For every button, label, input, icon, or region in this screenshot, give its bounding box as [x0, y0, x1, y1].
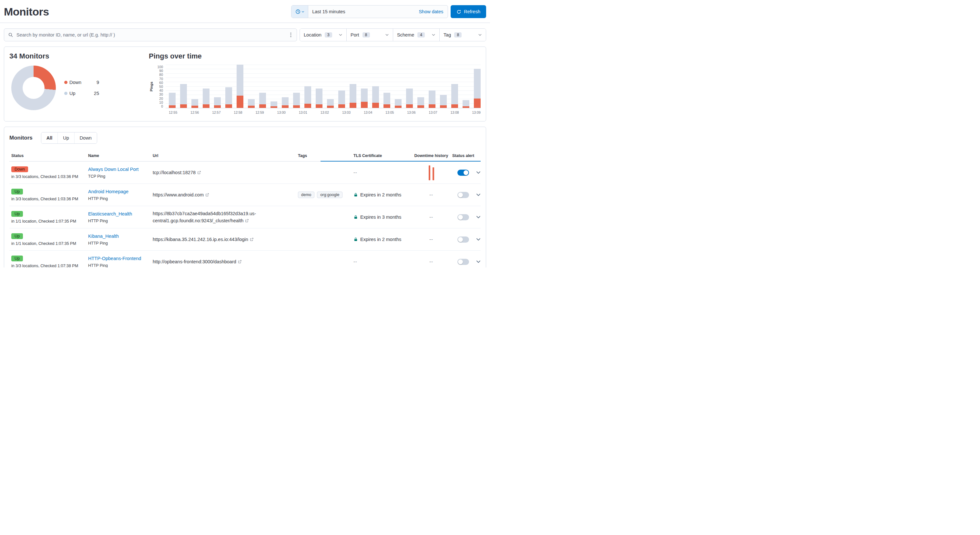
- status-alert-toggle[interactable]: [457, 259, 469, 265]
- ping-bar: [270, 101, 277, 108]
- status-cell: Down in 3/3 locations, Checked 1:03:36 P…: [11, 166, 88, 179]
- time-quick-select-button[interactable]: [291, 5, 308, 18]
- expand-row-button[interactable]: [474, 169, 482, 176]
- tag-chip[interactable]: org:google: [317, 192, 342, 198]
- bar-down-segment: [316, 104, 323, 108]
- ping-bar: [225, 87, 232, 108]
- expand-row-button[interactable]: [474, 191, 482, 199]
- tab-down[interactable]: Down: [74, 133, 97, 144]
- bar-up-segment: [327, 99, 334, 105]
- status-badge: Up: [11, 256, 23, 261]
- name-cell: Kibana_Health HTTP Ping: [88, 233, 153, 246]
- toggle-knob: [463, 170, 468, 175]
- ping-bar: [259, 93, 266, 108]
- monitor-url-link[interactable]: https://kibana.35.241.242.16.ip.es.io:44…: [153, 237, 254, 242]
- bar-up-segment: [225, 87, 232, 105]
- status-alert-toggle[interactable]: [457, 192, 469, 198]
- chevron-down-icon: [431, 33, 436, 37]
- tab-all[interactable]: All: [41, 133, 58, 144]
- ping-bar: [372, 86, 379, 108]
- status-alert-cell: [452, 259, 474, 265]
- status-alert-toggle[interactable]: [457, 236, 469, 243]
- y-tick-label: 80: [159, 73, 163, 77]
- bar-down-segment: [463, 106, 469, 108]
- status-badge: Up: [11, 233, 23, 239]
- monitor-url-link[interactable]: http://opbeans-frontend:3000/dashboard: [153, 259, 242, 264]
- monitor-url-link[interactable]: tcp://localhost:18278: [153, 170, 201, 175]
- show-dates-button[interactable]: Show dates: [414, 9, 448, 14]
- chevron-down-icon: [339, 33, 342, 37]
- expand-cell: [474, 191, 482, 199]
- downtime-bar: [429, 165, 430, 180]
- filter-count-badge: 8: [363, 32, 370, 37]
- monitor-name-link[interactable]: Elasticsearch_Health: [88, 211, 132, 216]
- status-badge: Up: [11, 188, 23, 195]
- bar-down-segment: [282, 105, 289, 108]
- monitor-row: Up in 3/3 locations, Checked 1:07:38 PM …: [10, 251, 480, 267]
- ping-bar: [338, 91, 345, 108]
- y-tick-label: 60: [159, 81, 163, 85]
- x-tick-label: 13:09: [472, 110, 480, 114]
- external-link-icon: [238, 260, 242, 264]
- filter-scheme-dropdown[interactable]: Scheme 4: [393, 29, 439, 41]
- monitor-row: Up in 3/3 locations, Checked 1:03:36 PM …: [10, 184, 480, 206]
- chevron-down-icon: [476, 237, 481, 242]
- bar-down-segment: [169, 105, 176, 108]
- refresh-button[interactable]: Refresh: [450, 5, 486, 18]
- tab-up[interactable]: Up: [57, 133, 74, 144]
- monitor-url-link[interactable]: https://www.android.com: [153, 192, 209, 197]
- ping-bar: [282, 97, 289, 108]
- y-axis-label: Pings: [150, 82, 153, 91]
- bar-up-segment: [474, 69, 480, 98]
- ping-bar: [169, 93, 176, 108]
- x-tick-label: 13:07: [429, 110, 437, 114]
- expand-cell: [474, 258, 482, 265]
- search-menu-button[interactable]: [288, 31, 294, 39]
- expand-row-button[interactable]: [474, 213, 482, 221]
- bar-up-segment: [169, 93, 176, 105]
- monitor-name-link[interactable]: Always Down Local Port: [88, 167, 138, 172]
- tls-expiry-text: Expires in 2 months: [360, 192, 401, 197]
- filter-location-dropdown[interactable]: Location 3: [300, 29, 346, 41]
- filter-port-dropdown[interactable]: Port 8: [346, 29, 393, 41]
- monitor-url-link[interactable]: https://8b37cb7ca2ae49ada54db165f32d3a19…: [153, 211, 256, 223]
- column-header-url: Url: [153, 153, 298, 158]
- monitor-name-link[interactable]: Android Homepage: [88, 189, 129, 194]
- monitor-name-link[interactable]: Kibana_Health: [88, 233, 119, 239]
- status-alert-cell: [452, 192, 474, 198]
- status-alert-toggle[interactable]: [457, 169, 469, 176]
- y-tick-label: 90: [159, 69, 163, 73]
- donut-legend: Down 9 Up 25: [64, 80, 99, 96]
- search-input[interactable]: [13, 32, 288, 37]
- bar-up-segment: [270, 101, 277, 106]
- ping-type-text: HTTP Ping: [88, 196, 108, 201]
- column-header-status-alert: Status alert: [452, 153, 474, 158]
- header-accent-line: [321, 161, 480, 161]
- filter-tag-dropdown[interactable]: Tag 8: [439, 29, 486, 41]
- ping-bar: [293, 93, 300, 108]
- downtime-history-cell: [410, 165, 452, 180]
- filter-label: Port: [350, 32, 359, 37]
- expand-row-button[interactable]: [474, 258, 482, 265]
- status-checked-text: in 3/3 locations, Checked 1:07:38 PM: [11, 264, 78, 268]
- bar-down-segment: [293, 105, 300, 108]
- filter-count-badge: 3: [325, 32, 332, 37]
- bar-down-segment: [440, 105, 447, 108]
- bar-up-segment: [237, 65, 243, 96]
- tag-chip[interactable]: demo: [298, 192, 314, 198]
- time-range-display[interactable]: Last 15 minutes: [308, 9, 414, 14]
- status-alert-toggle[interactable]: [457, 214, 469, 220]
- search-icon: [8, 32, 13, 37]
- expand-row-button[interactable]: [474, 236, 482, 243]
- ping-bar: [361, 88, 368, 108]
- downtime-empty: --: [429, 192, 433, 197]
- chevron-down-icon: [476, 170, 481, 175]
- status-checked-text: in 3/3 locations, Checked 1:03:36 PM: [11, 174, 78, 179]
- bar-up-segment: [203, 88, 210, 105]
- toggle-knob: [458, 215, 463, 220]
- monitor-name-link[interactable]: HTTP-Opbeans-Frontend: [88, 256, 141, 261]
- ping-bar: [417, 97, 424, 108]
- vertical-dots-icon: [290, 32, 291, 37]
- y-tick-label: 50: [159, 85, 163, 88]
- status-checked-text: in 3/3 locations, Checked 1:03:36 PM: [11, 197, 78, 201]
